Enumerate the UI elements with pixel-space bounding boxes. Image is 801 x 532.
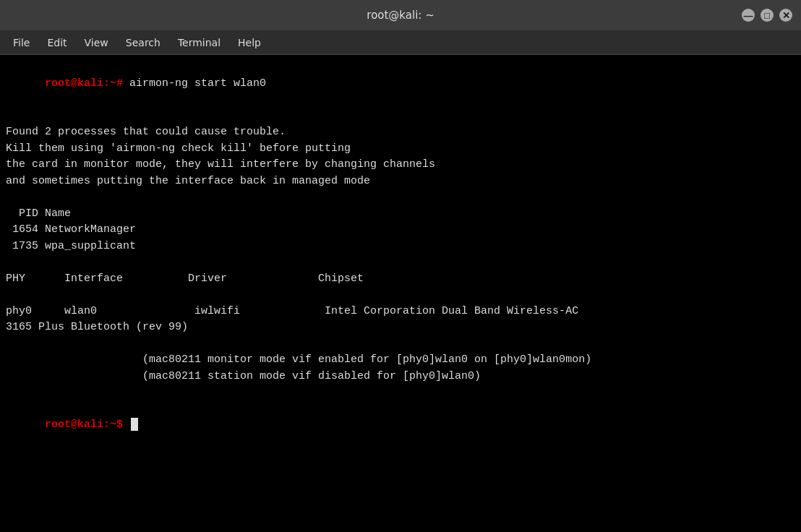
output-line-2: Kill them using 'airmon-ng check kill' b… (6, 141, 795, 158)
output-phy-line: phy0 wlan0 iwlwifi Intel Corporation Dua… (6, 304, 795, 320)
menu-help[interactable]: Help (231, 34, 268, 51)
output-blank-1 (6, 108, 795, 125)
output-blank-5 (6, 336, 795, 353)
output-table-header: PHY Interface Driver Chipset (6, 271, 795, 288)
output-monitor-mode: (mac80211 monitor mode vif enabled for [… (6, 352, 795, 369)
cursor-space (123, 419, 129, 431)
title-bar: root@kali: ~ — □ ✕ (0, 0, 801, 30)
menu-edit[interactable]: Edit (40, 34, 74, 51)
output-line-4: and sometimes putting the interface back… (6, 173, 795, 190)
menu-view[interactable]: View (77, 34, 116, 51)
output-blank-3 (6, 254, 795, 271)
final-prompt-path: :~$ (103, 419, 123, 431)
output-station-mode: (mac80211 station mode vif disabled for … (6, 369, 795, 385)
command-text: airmon-ng start wlan0 (123, 77, 266, 90)
final-prompt-host: root@kali (45, 419, 103, 431)
menu-terminal[interactable]: Terminal (171, 34, 228, 51)
output-line-1: Found 2 processes that could cause troub… (6, 124, 795, 141)
output-line-3: the card in monitor mode, they will inte… (6, 157, 795, 173)
menu-file[interactable]: File (6, 34, 37, 51)
menu-search[interactable]: Search (119, 34, 168, 51)
prompt-path: :~# (103, 77, 123, 90)
output-phy-line-cont: 3165 Plus Bluetooth (rev 99) (6, 319, 795, 336)
prompt-host: root@kali (45, 77, 103, 90)
output-pid-header: PID Name (6, 206, 795, 223)
final-prompt-line: root@kali:~$ (6, 401, 795, 450)
output-blank-4 (6, 287, 795, 304)
output-blank-2 (6, 189, 795, 206)
window-controls: — □ ✕ (742, 9, 792, 22)
output-blank-6 (6, 385, 795, 401)
terminal-body[interactable]: root@kali:~# airmon-ng start wlan0 Found… (0, 55, 801, 532)
minimize-button[interactable]: — (742, 9, 755, 22)
menu-bar: File Edit View Search Terminal Help (0, 30, 801, 55)
close-button[interactable]: ✕ (779, 9, 792, 22)
output-pid-1: 1654 NetworkManager (6, 222, 795, 239)
terminal-cursor (131, 418, 138, 431)
command-line: root@kali:~# airmon-ng start wlan0 (6, 59, 795, 108)
terminal-window: root@kali: ~ — □ ✕ File Edit View Search… (0, 0, 801, 532)
maximize-button[interactable]: □ (761, 9, 774, 22)
window-title: root@kali: ~ (367, 9, 434, 22)
output-pid-2: 1735 wpa_supplicant (6, 239, 795, 255)
